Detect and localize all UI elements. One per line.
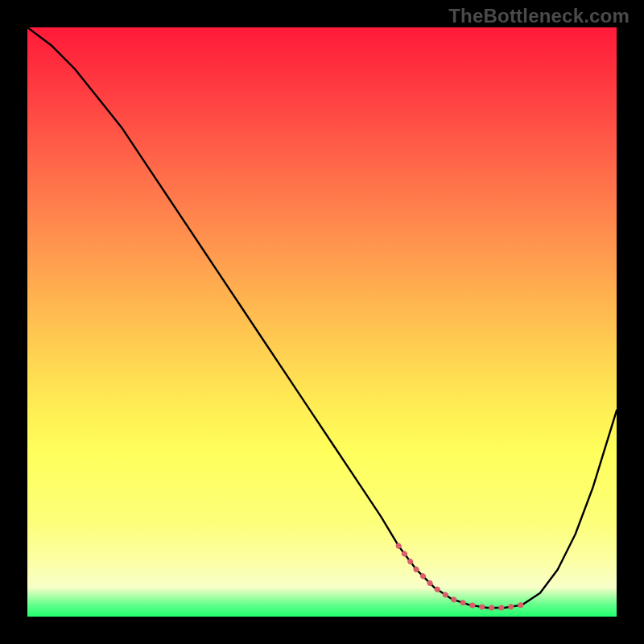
chart-svg [27,27,617,617]
watermark-text: TheBottleneck.com [448,5,630,27]
chart-plot-area [27,27,617,617]
optimal-zone-dots [398,546,522,608]
bottleneck-curve-line [27,27,617,608]
